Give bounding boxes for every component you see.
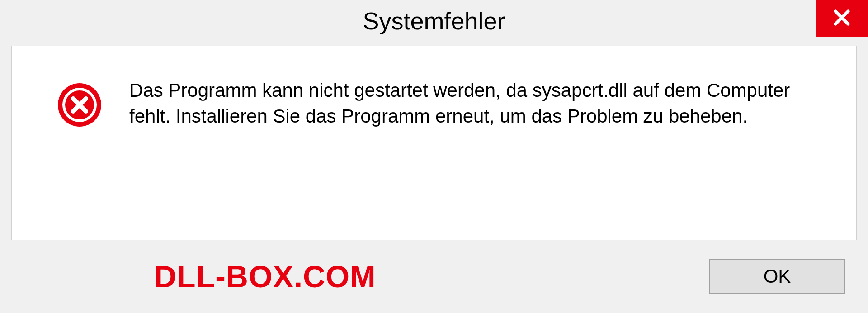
- content-area: Das Programm kann nicht gestartet werden…: [11, 46, 857, 240]
- error-message: Das Programm kann nicht gestartet werden…: [129, 78, 829, 129]
- title-bar: Systemfehler: [0, 0, 868, 41]
- ok-button[interactable]: OK: [709, 259, 845, 294]
- dialog-title: Systemfehler: [363, 7, 505, 35]
- dialog-footer: DLL-BOX.COM OK: [0, 240, 868, 313]
- close-button[interactable]: [816, 0, 868, 37]
- error-icon: [57, 82, 102, 129]
- error-dialog: Systemfehler Das Programm kann nicht ges…: [0, 0, 868, 313]
- watermark-text: DLL-BOX.COM: [154, 259, 376, 294]
- close-icon: [831, 7, 853, 30]
